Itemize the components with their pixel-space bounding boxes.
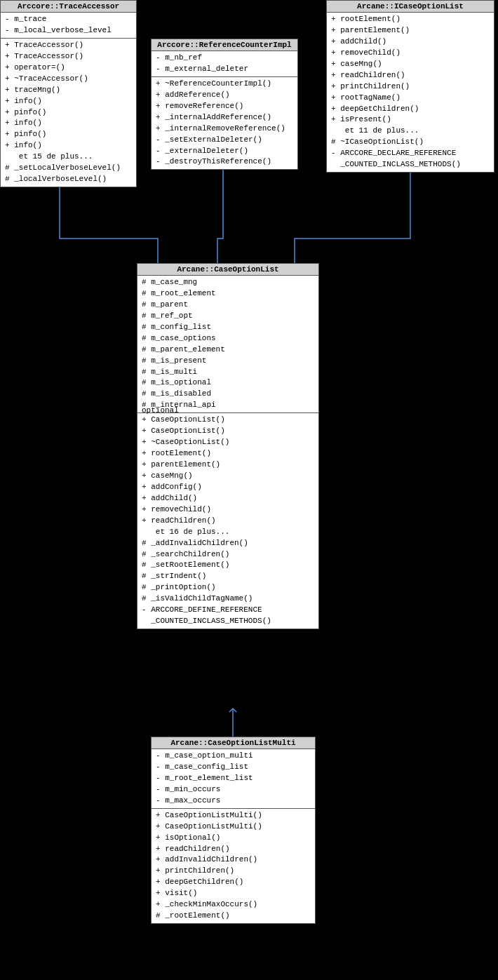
case-option-list-methods: + CaseOptionList() + CaseOptionList() + … — [137, 413, 318, 629]
i-case-option-list-methods: + rootElement() + parentElement() + addC… — [327, 13, 494, 172]
case-option-list-title: Arcane::CaseOptionList — [137, 264, 318, 276]
case-option-list-multi-title: Arcane::CaseOptionListMulti — [152, 737, 315, 749]
i-case-option-list-box: Arcane::ICaseOptionList + rootElement() … — [326, 0, 494, 173]
i-case-option-list-title: Arcane::ICaseOptionList — [327, 1, 494, 13]
field-m-trace: - m_trace — [5, 14, 132, 25]
case-option-list-box: Arcane::CaseOptionList # m_case_mng # m_… — [137, 263, 319, 629]
field-m-local-verbose: - m_local_verbose_level — [5, 25, 132, 36]
trace-accessor-fields: - m_trace - m_local_verbose_level — [1, 13, 136, 39]
reference-counter-impl-box: Arccore::ReferenceCounterImpl - m_nb_ref… — [151, 39, 298, 170]
case-option-list-fields: # m_case_mng # m_root_element # m_parent… — [137, 276, 318, 413]
reference-counter-impl-title: Arccore::ReferenceCounterImpl — [152, 39, 297, 51]
case-option-list-multi-methods: + CaseOptionListMulti() + CaseOptionList… — [152, 809, 315, 923]
case-option-list-multi-box: Arcane::CaseOptionListMulti - m_case_opt… — [151, 737, 316, 924]
reference-counter-impl-fields: - m_nb_ref - m_external_deleter — [152, 51, 297, 77]
case-option-list-multi-fields: - m_case_option_multi - m_case_config_li… — [152, 749, 315, 809]
trace-accessor-methods: + TraceAccessor() + TraceAccessor() + op… — [1, 39, 136, 187]
trace-accessor-box: Arccore::TraceAccessor - m_trace - m_loc… — [0, 0, 137, 187]
trace-accessor-title: Arccore::TraceAccessor — [1, 1, 136, 13]
optional-label: optional — [142, 406, 179, 415]
reference-counter-impl-methods: + ~ReferenceCounterImpl() + addReference… — [152, 77, 297, 170]
